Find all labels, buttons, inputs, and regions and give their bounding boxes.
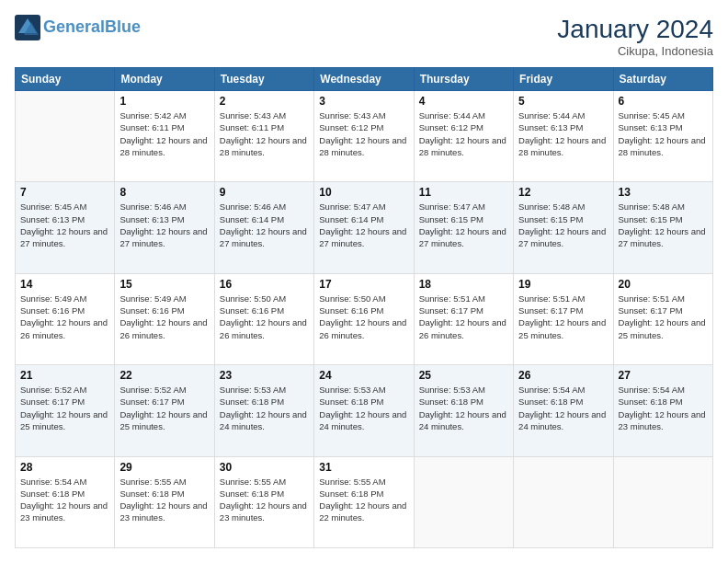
weekday-friday: Friday	[514, 68, 613, 91]
day-info: Sunrise: 5:45 AMSunset: 6:13 PMDaylight:…	[20, 201, 109, 249]
day-number: 4	[419, 95, 508, 108]
weekday-sunday: Sunday	[16, 68, 115, 91]
week-row-3: 21Sunrise: 5:52 AMSunset: 6:17 PMDayligh…	[16, 365, 713, 456]
day-info: Sunrise: 5:51 AMSunset: 6:17 PMDaylight:…	[518, 293, 608, 341]
calendar-cell	[414, 456, 513, 547]
day-info: Sunrise: 5:47 AMSunset: 6:15 PMDaylight:…	[419, 201, 508, 249]
day-number: 18	[419, 278, 508, 291]
day-number: 31	[319, 461, 408, 474]
day-number: 30	[220, 461, 309, 474]
calendar-cell: 10Sunrise: 5:47 AMSunset: 6:14 PMDayligh…	[314, 182, 414, 273]
day-number: 8	[119, 186, 209, 199]
day-info: Sunrise: 5:52 AMSunset: 6:17 PMDaylight:…	[20, 384, 109, 432]
day-number: 29	[119, 461, 209, 474]
day-info: Sunrise: 5:55 AMSunset: 6:18 PMDaylight:…	[220, 476, 309, 524]
day-info: Sunrise: 5:44 AMSunset: 6:13 PMDaylight:…	[518, 109, 608, 158]
day-number: 20	[619, 278, 708, 291]
calendar-cell: 25Sunrise: 5:53 AMSunset: 6:18 PMDayligh…	[414, 365, 513, 456]
day-info: Sunrise: 5:46 AMSunset: 6:13 PMDaylight:…	[119, 201, 209, 249]
day-info: Sunrise: 5:45 AMSunset: 6:13 PMDaylight:…	[619, 109, 708, 158]
day-number: 24	[319, 369, 408, 382]
calendar-cell: 14Sunrise: 5:49 AMSunset: 6:16 PMDayligh…	[16, 273, 115, 364]
day-info: Sunrise: 5:55 AMSunset: 6:18 PMDaylight:…	[119, 476, 209, 524]
day-info: Sunrise: 5:49 AMSunset: 6:16 PMDaylight:…	[20, 293, 109, 341]
day-number: 23	[220, 369, 309, 382]
day-info: Sunrise: 5:51 AMSunset: 6:17 PMDaylight:…	[619, 293, 708, 341]
day-number: 19	[518, 278, 608, 291]
calendar-cell: 4Sunrise: 5:44 AMSunset: 6:12 PMDaylight…	[414, 91, 513, 182]
calendar-cell: 19Sunrise: 5:51 AMSunset: 6:17 PMDayligh…	[514, 273, 613, 364]
day-info: Sunrise: 5:52 AMSunset: 6:17 PMDaylight:…	[119, 384, 209, 432]
calendar-cell: 7Sunrise: 5:45 AMSunset: 6:13 PMDaylight…	[16, 182, 115, 273]
day-info: Sunrise: 5:47 AMSunset: 6:14 PMDaylight:…	[319, 201, 408, 249]
day-info: Sunrise: 5:48 AMSunset: 6:15 PMDaylight:…	[518, 201, 608, 249]
calendar-table: SundayMondayTuesdayWednesdayThursdayFrid…	[15, 67, 713, 548]
day-info: Sunrise: 5:55 AMSunset: 6:18 PMDaylight:…	[319, 476, 408, 524]
logo-icon	[15, 15, 40, 40]
logo-general: General	[43, 17, 105, 36]
calendar-cell: 23Sunrise: 5:53 AMSunset: 6:18 PMDayligh…	[214, 365, 313, 456]
day-info: Sunrise: 5:53 AMSunset: 6:18 PMDaylight:…	[419, 384, 508, 432]
day-info: Sunrise: 5:54 AMSunset: 6:18 PMDaylight:…	[518, 384, 608, 432]
week-row-2: 14Sunrise: 5:49 AMSunset: 6:16 PMDayligh…	[16, 273, 713, 364]
week-row-4: 28Sunrise: 5:54 AMSunset: 6:18 PMDayligh…	[16, 456, 713, 547]
day-number: 26	[518, 369, 608, 382]
calendar-cell: 16Sunrise: 5:50 AMSunset: 6:16 PMDayligh…	[214, 273, 313, 364]
calendar-cell: 3Sunrise: 5:43 AMSunset: 6:12 PMDaylight…	[314, 91, 414, 182]
day-number: 11	[419, 186, 508, 199]
day-number: 15	[119, 278, 209, 291]
day-number: 22	[119, 369, 209, 382]
calendar-cell: 11Sunrise: 5:47 AMSunset: 6:15 PMDayligh…	[414, 182, 513, 273]
day-number: 13	[619, 186, 708, 199]
day-number: 28	[20, 461, 109, 474]
day-info: Sunrise: 5:54 AMSunset: 6:18 PMDaylight:…	[20, 476, 109, 524]
day-number: 3	[319, 95, 408, 108]
day-number: 25	[419, 369, 508, 382]
calendar-cell: 21Sunrise: 5:52 AMSunset: 6:17 PMDayligh…	[16, 365, 115, 456]
calendar-cell: 29Sunrise: 5:55 AMSunset: 6:18 PMDayligh…	[115, 456, 214, 547]
day-number: 1	[119, 95, 209, 108]
day-info: Sunrise: 5:53 AMSunset: 6:18 PMDaylight:…	[220, 384, 309, 432]
calendar-cell	[613, 456, 712, 547]
day-number: 16	[220, 278, 309, 291]
day-info: Sunrise: 5:48 AMSunset: 6:15 PMDaylight:…	[619, 201, 708, 249]
header: GeneralBlue January 2024 Cikupa, Indones…	[15, 15, 713, 58]
calendar-cell: 18Sunrise: 5:51 AMSunset: 6:17 PMDayligh…	[414, 273, 513, 364]
week-row-0: 1Sunrise: 5:42 AMSunset: 6:11 PMDaylight…	[16, 91, 713, 182]
day-info: Sunrise: 5:46 AMSunset: 6:14 PMDaylight:…	[220, 201, 309, 249]
day-info: Sunrise: 5:50 AMSunset: 6:16 PMDaylight:…	[220, 293, 309, 341]
weekday-header-row: SundayMondayTuesdayWednesdayThursdayFrid…	[16, 68, 713, 91]
calendar-cell: 9Sunrise: 5:46 AMSunset: 6:14 PMDaylight…	[214, 182, 313, 273]
day-info: Sunrise: 5:54 AMSunset: 6:18 PMDaylight:…	[619, 384, 708, 432]
day-number: 21	[20, 369, 109, 382]
page: GeneralBlue January 2024 Cikupa, Indones…	[0, 0, 728, 563]
day-info: Sunrise: 5:51 AMSunset: 6:17 PMDaylight:…	[419, 293, 508, 341]
calendar-cell: 15Sunrise: 5:49 AMSunset: 6:16 PMDayligh…	[115, 273, 214, 364]
calendar-cell: 5Sunrise: 5:44 AMSunset: 6:13 PMDaylight…	[514, 91, 613, 182]
calendar-cell: 28Sunrise: 5:54 AMSunset: 6:18 PMDayligh…	[16, 456, 115, 547]
logo: GeneralBlue	[15, 15, 141, 40]
day-number: 12	[518, 186, 608, 199]
logo-blue: Blue	[105, 17, 141, 36]
weekday-saturday: Saturday	[613, 68, 712, 91]
weekday-tuesday: Tuesday	[214, 68, 313, 91]
calendar-cell: 20Sunrise: 5:51 AMSunset: 6:17 PMDayligh…	[613, 273, 712, 364]
calendar-cell: 27Sunrise: 5:54 AMSunset: 6:18 PMDayligh…	[613, 365, 712, 456]
weekday-thursday: Thursday	[414, 68, 513, 91]
calendar-cell: 30Sunrise: 5:55 AMSunset: 6:18 PMDayligh…	[214, 456, 313, 547]
month-title: January 2024	[557, 15, 713, 44]
calendar-cell: 13Sunrise: 5:48 AMSunset: 6:15 PMDayligh…	[613, 182, 712, 273]
calendar-cell: 26Sunrise: 5:54 AMSunset: 6:18 PMDayligh…	[514, 365, 613, 456]
calendar-cell: 22Sunrise: 5:52 AMSunset: 6:17 PMDayligh…	[115, 365, 214, 456]
day-info: Sunrise: 5:53 AMSunset: 6:18 PMDaylight:…	[319, 384, 408, 432]
logo-text: GeneralBlue	[43, 18, 141, 37]
day-info: Sunrise: 5:44 AMSunset: 6:12 PMDaylight:…	[419, 109, 508, 158]
week-row-1: 7Sunrise: 5:45 AMSunset: 6:13 PMDaylight…	[16, 182, 713, 273]
calendar-cell: 2Sunrise: 5:43 AMSunset: 6:11 PMDaylight…	[214, 91, 313, 182]
location: Cikupa, Indonesia	[557, 44, 713, 58]
day-number: 6	[619, 95, 708, 108]
calendar-cell	[514, 456, 613, 547]
calendar-cell: 24Sunrise: 5:53 AMSunset: 6:18 PMDayligh…	[314, 365, 414, 456]
day-number: 27	[619, 369, 708, 382]
weekday-wednesday: Wednesday	[314, 68, 414, 91]
